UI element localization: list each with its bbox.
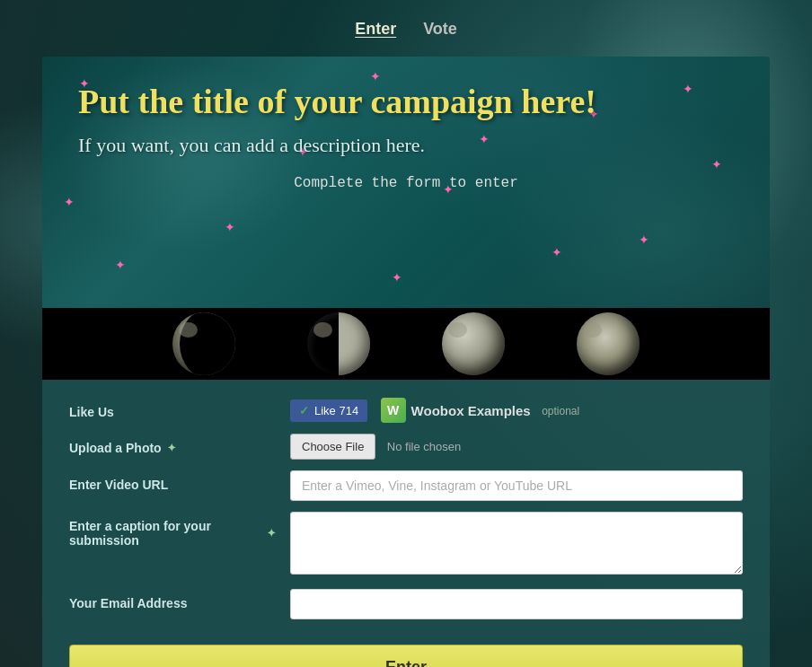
like-button[interactable]: ✓ Like 714 bbox=[290, 399, 367, 422]
tabs-container: Enter Vote bbox=[42, 0, 770, 57]
header-banner: ✦ ✦ ✦ ✦ ✦ ✦ ✦ ✦ ✦ ✦ ✦ ✦ ✦ ✦ ✦ Put the ti… bbox=[42, 57, 770, 308]
campaign-title: Put the title of your campaign here! bbox=[78, 82, 734, 123]
woobox-icon: W bbox=[381, 398, 406, 423]
check-icon: ✓ bbox=[299, 404, 309, 417]
video-url-input[interactable] bbox=[290, 470, 743, 501]
video-url-label: Enter Video URL bbox=[69, 478, 276, 492]
choose-file-button[interactable]: Choose File bbox=[290, 434, 375, 460]
moon-full bbox=[442, 312, 505, 375]
like-us-label: Like Us bbox=[69, 405, 276, 419]
sparkle-7: ✦ bbox=[225, 220, 235, 234]
submit-button[interactable]: Enter bbox=[69, 645, 743, 667]
optional-label: optional bbox=[542, 405, 579, 417]
sparkle-10: ✦ bbox=[711, 157, 722, 171]
campaign-description: If you want, you can add a description h… bbox=[78, 134, 734, 157]
sparkle-13: ✦ bbox=[392, 270, 402, 285]
sparkle-14: ✦ bbox=[552, 245, 562, 259]
form-area: Like Us ✓ Like 714 W Woobox Examples opt… bbox=[42, 380, 770, 667]
upload-photo-label: Upload a Photo ✦ bbox=[69, 441, 276, 455]
form-subtitle: Complete the form to enter bbox=[78, 175, 734, 191]
sparkle-6: ✦ bbox=[64, 195, 75, 209]
caption-row: Enter a caption for your submission ✦ bbox=[69, 512, 743, 578]
moon-strip bbox=[42, 308, 770, 380]
tab-vote[interactable]: Vote bbox=[423, 20, 457, 40]
caption-sparkle: ✦ bbox=[267, 527, 276, 540]
caption-label: Enter a caption for your submission ✦ bbox=[69, 519, 276, 548]
woobox-name: Woobox Examples bbox=[411, 403, 531, 418]
moon-half bbox=[307, 312, 370, 375]
moon-crescent bbox=[172, 312, 235, 375]
email-input[interactable] bbox=[290, 589, 743, 619]
email-row: Your Email Address bbox=[69, 589, 743, 619]
sparkle-12: ✦ bbox=[115, 258, 126, 272]
video-url-row: Enter Video URL bbox=[69, 470, 743, 501]
tab-enter[interactable]: Enter bbox=[355, 20, 396, 40]
no-file-text: No file chosen bbox=[387, 440, 461, 453]
email-label: Your Email Address bbox=[69, 596, 276, 610]
caption-input[interactable] bbox=[290, 512, 743, 575]
upload-sparkle: ✦ bbox=[167, 442, 176, 454]
woobox-badge: W Woobox Examples bbox=[381, 398, 531, 423]
sparkle-9: ✦ bbox=[639, 233, 649, 247]
upload-photo-row: Upload a Photo ✦ Choose File No file cho… bbox=[69, 434, 743, 460]
like-count: Like 714 bbox=[314, 404, 358, 417]
like-us-row: Like Us ✓ Like 714 W Woobox Examples opt… bbox=[69, 398, 743, 423]
moon-gibbous bbox=[577, 312, 640, 375]
